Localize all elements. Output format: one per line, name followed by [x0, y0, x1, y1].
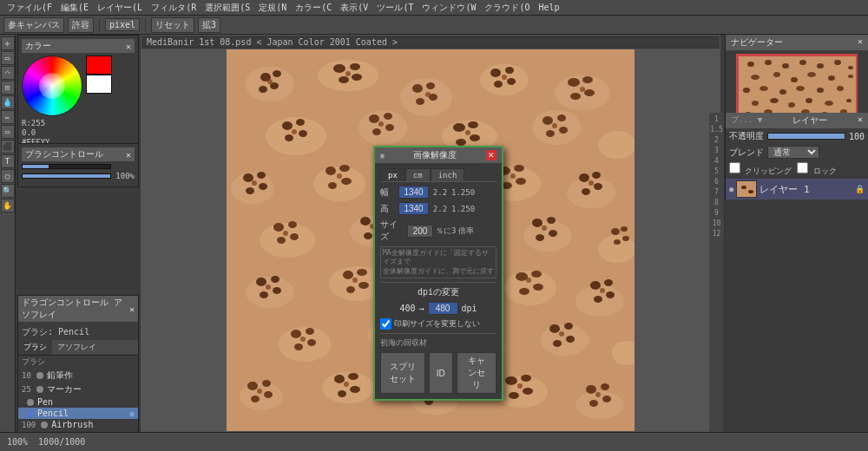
print-size-checkbox[interactable] — [380, 318, 391, 330]
dialog-divider — [380, 282, 496, 283]
dialog-icon: ▣ — [380, 152, 385, 160]
height-label: 高 — [380, 203, 396, 215]
dpi-arrow: → — [418, 304, 424, 313]
print-size-label: 印刷サイズを変更しない — [394, 318, 480, 330]
print-size-checkbox-row: 印刷サイズを変更しない — [380, 318, 496, 330]
info-text-1: MA全解像度ガイドに「固定するサイズまで — [383, 249, 494, 267]
dialog-close-button[interactable]: ✕ — [486, 150, 496, 160]
width-px-input[interactable] — [398, 186, 429, 199]
height-px-input[interactable] — [398, 202, 429, 215]
dialog-body: px cm inch 幅 2.2 1.250 高 2.2 1.250 サイズ — [375, 163, 502, 399]
dialog-tab-inch[interactable]: inch — [431, 168, 465, 181]
dpi-to-input[interactable] — [428, 302, 458, 315]
width-cm-value: 2.2 — [431, 188, 449, 197]
dpi-section-label: dpiの変更 — [380, 286, 496, 298]
size-row: サイズ ％に3 倍率 — [380, 219, 496, 243]
width-row: 幅 2.2 1.250 — [380, 186, 496, 199]
dialog-title-text: 画像解像度 — [413, 149, 457, 161]
section2-label: 初海の回収材 — [380, 337, 496, 349]
height-inch-value: 1.250 — [451, 205, 469, 213]
height-cm-value: 2.2 — [431, 205, 449, 213]
dialog-tab-cm[interactable]: cm — [405, 168, 431, 181]
size-unit2: 倍率 — [458, 226, 474, 237]
dialog-title-bar: ▣ 画像解像度 ✕ — [375, 147, 502, 163]
dpi-row: 400 → dpi — [380, 302, 496, 315]
dialog-tab-px[interactable]: px — [380, 168, 405, 181]
dialog-tabs: px cm inch — [380, 168, 496, 182]
size-unit: ％に3 — [436, 226, 456, 237]
dialog-buttons: スプリセット ID キャンセリ — [380, 352, 496, 394]
dialog-overlay: ▣ 画像解像度 ✕ px cm inch 幅 2.2 1.250 高 2.2 — [0, 0, 868, 451]
dialog-divider2 — [380, 333, 496, 334]
dialog-id-button[interactable]: ID — [429, 352, 453, 394]
size-input[interactable] — [407, 225, 433, 238]
dpi-section: dpiの変更 — [380, 286, 496, 298]
width-label: 幅 — [380, 186, 396, 199]
size-label: サイズ — [380, 219, 404, 243]
image-resolution-dialog: ▣ 画像解像度 ✕ px cm inch 幅 2.2 1.250 高 2.2 — [373, 146, 503, 401]
dialog-ok-button[interactable]: スプリセット — [380, 352, 425, 394]
dialog-cancel-button[interactable]: キャンセリ — [457, 352, 496, 394]
dpi-unit: dpi — [462, 304, 477, 313]
info-text: MA全解像度ガイドに「固定するサイズまで 全体解像度ガイドに、満で元に戻す — [380, 246, 496, 278]
info-text-2: 全体解像度ガイドに、満で元に戻す — [383, 267, 494, 276]
dpi-from-value: 400 — [399, 304, 415, 313]
height-row: 高 2.2 1.250 — [380, 202, 496, 215]
width-inch-value: 1.250 — [451, 188, 469, 197]
